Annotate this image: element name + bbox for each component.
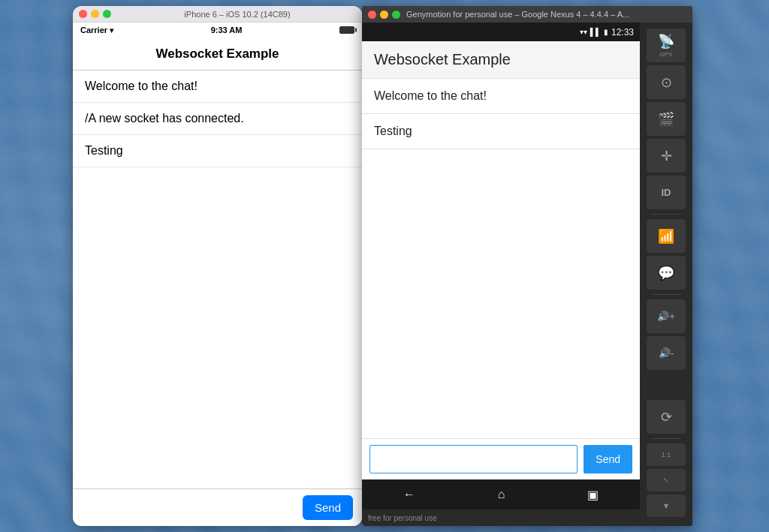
ios-message-1: Welcome to the chat! [73,71,362,103]
genymotion-maximize-button[interactable] [392,11,400,19]
id-icon: ID [662,187,671,198]
android-recents-button[interactable]: ▣ [587,488,599,502]
ios-battery-icon [339,26,354,34]
ios-carrier: Carrier ▾ [80,26,113,35]
android-battery-icon: ▮ [604,28,608,36]
toolbar-divider-3 [651,438,681,439]
android-send-button[interactable]: Send [584,445,632,473]
scale-label: 1:1 [662,451,671,458]
android-action-bar: Websocket Example [362,41,640,79]
android-signal-icon: ▌▌ [590,28,601,36]
toolbar-divider-1 [651,214,681,215]
android-input-area: Send [362,438,640,479]
ios-window-controls[interactable] [79,10,111,18]
network-icon: 📶 [658,228,674,245]
genymotion-down-button[interactable]: ▼ [647,494,686,517]
genymotion-window-controls[interactable] [368,11,400,19]
ios-send-button[interactable]: Send [303,495,353,520]
camera-icon: ⊙ [661,74,672,91]
genymotion-rotate-button[interactable]: ⟳ [647,400,686,434]
ios-simulator: iPhone 6 – iOS 10.2 (14C89) Carrier ▾ 9:… [73,6,362,526]
ios-battery [339,26,354,34]
genymotion-minimize-button[interactable] [380,11,388,19]
dpad-icon: ✛ [661,148,672,164]
android-home-button[interactable]: ⌂ [498,488,505,501]
ios-wifi-icon: ▾ [110,26,113,35]
genymotion-network-button[interactable]: 📶 [647,219,686,253]
ios-time: 9:33 AM [211,26,243,35]
ios-nav-bar: Websocket Example [73,38,362,71]
ios-maximize-button[interactable] [103,10,111,18]
ios-input-area: Send [73,488,362,526]
genymotion-volume-down-button[interactable]: 🔊- [647,336,686,370]
ios-status-bar: Carrier ▾ 9:33 AM [73,23,362,38]
volume-up-icon: 🔊+ [657,311,675,322]
gps-label: GPS [660,51,673,58]
genymotion-close-button[interactable] [368,11,376,19]
android-window: Genymotion for personal use – Google Nex… [362,6,692,526]
media-icon: 🎬 [658,111,674,128]
android-chat-area: Welcome to the chat! Testing [362,79,640,438]
ios-window-title: iPhone 6 – iOS 10.2 (14C89) [119,10,356,19]
rotate-icon: ⟳ [661,409,672,425]
genymotion-window-title: Genymotion for personal use – Google Nex… [406,10,686,19]
genymotion-toolbar: 📡 GPS ⊙ 🎬 ✛ ID 📶 💬 🔊+ 🔊- [640,23,692,526]
genymotion-id-button[interactable]: ID [647,176,686,209]
ios-title-bar: iPhone 6 – iOS 10.2 (14C89) [73,6,362,23]
android-bottom-bar: free for personal use [362,509,640,526]
ios-carrier-text: Carrier [80,26,107,35]
android-status-bar: ▾▾ ▌▌ ▮ 12:33 [362,23,640,41]
android-message-1: Welcome to the chat! [362,79,640,114]
genymotion-scale-button[interactable]: 1:1 [647,443,686,466]
ios-nav-title: Websocket Example [155,47,279,62]
android-bottom-text: free for personal use [368,514,437,522]
android-action-title: Websocket Example [374,51,511,68]
ios-chat-area: Welcome to the chat! /A new socket has c… [73,71,362,488]
genymotion-bottom-icons: ⟳ 1:1 ⤡ ▼ [647,400,686,520]
genymotion-gps-button[interactable]: 📡 GPS [647,29,686,62]
genymotion-sms-button[interactable]: 💬 [647,256,686,290]
android-message-2: Testing [362,114,640,149]
genymotion-media-button[interactable]: 🎬 [647,102,686,136]
ios-message-3: Testing [73,135,362,167]
genymotion-camera-button[interactable]: ⊙ [647,65,686,99]
android-time: 12:33 [611,27,634,38]
android-message-input[interactable] [369,445,578,473]
ios-minimize-button[interactable] [91,10,99,18]
ios-message-2: /A new socket has connected. [73,103,362,135]
gps-icon: 📡 [658,33,674,50]
genymotion-dpad-button[interactable]: ✛ [647,139,686,173]
genymotion-fit-button[interactable]: ⤡ [647,469,686,491]
android-screen: ▾▾ ▌▌ ▮ 12:33 Websocket Example Welcome … [362,23,640,526]
genymotion-title-bar: Genymotion for personal use – Google Nex… [362,6,692,23]
genymotion-volume-up-button[interactable]: 🔊+ [647,299,686,333]
android-wifi-icon: ▾▾ [580,28,587,36]
sms-icon: 💬 [658,265,674,281]
android-navbar: ← ⌂ ▣ [362,479,640,509]
ios-close-button[interactable] [79,10,87,18]
android-back-button[interactable]: ← [403,488,415,501]
toolbar-divider-2 [651,294,681,295]
down-icon: ▼ [662,501,671,510]
volume-down-icon: 🔊- [659,347,674,359]
fit-label: ⤡ [663,476,669,484]
android-status-right: ▾▾ ▌▌ ▮ 12:33 [580,27,634,38]
